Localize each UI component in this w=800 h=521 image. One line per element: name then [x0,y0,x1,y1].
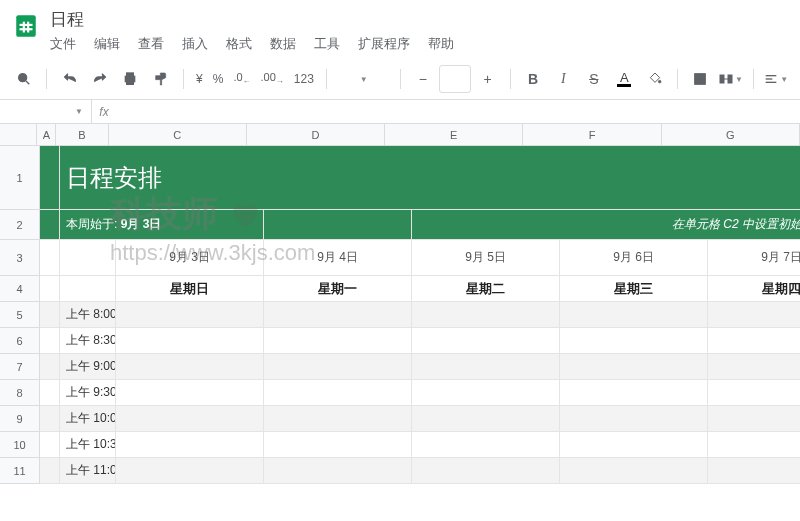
bold-button[interactable]: B [519,65,547,93]
font-size-decrease-icon[interactable]: − [409,65,437,93]
cell[interactable] [60,240,116,276]
italic-button[interactable]: I [549,65,577,93]
borders-button[interactable] [686,65,714,93]
row-header-5[interactable]: 5 [0,302,40,328]
menu-edit[interactable]: 编辑 [94,35,120,53]
cell[interactable] [560,302,708,328]
cell[interactable] [560,458,708,484]
cell[interactable] [40,354,60,380]
menu-format[interactable]: 格式 [226,35,252,53]
decrease-decimal-button[interactable]: .0← [229,71,254,86]
cell[interactable] [116,302,264,328]
fill-color-button[interactable] [640,65,668,93]
time-cell[interactable]: 上午 8:30 [60,328,116,354]
row-header-10[interactable]: 10 [0,432,40,458]
schedule-title-cell[interactable]: 日程安排 [60,146,800,210]
cell[interactable] [40,458,60,484]
cell[interactable] [412,328,560,354]
hint-cell[interactable]: 在单元格 C2 中设置初始日期。第 [412,210,800,240]
cell[interactable] [264,210,412,240]
cell[interactable] [560,354,708,380]
cell[interactable] [560,406,708,432]
week-start-cell[interactable]: 本周始于: 9月 3日 [60,210,264,240]
cell[interactable] [40,240,60,276]
merge-cells-button[interactable]: ▼ [716,65,744,93]
date-cell[interactable]: 9月 4日 [264,240,412,276]
cell[interactable] [708,406,800,432]
row-header-2[interactable]: 2 [0,210,40,240]
date-cell[interactable]: 9月 5日 [412,240,560,276]
cell[interactable] [60,276,116,302]
cell[interactable] [560,380,708,406]
day-cell[interactable]: 星期一 [264,276,412,302]
time-cell[interactable]: 上午 10:00 [60,406,116,432]
col-header-G[interactable]: G [662,124,800,146]
cell[interactable] [264,458,412,484]
cell[interactable] [40,432,60,458]
row-header-3[interactable]: 3 [0,240,40,276]
cell[interactable] [264,432,412,458]
col-header-A[interactable]: A [37,124,56,146]
cell[interactable] [116,354,264,380]
cell[interactable] [116,406,264,432]
menu-tools[interactable]: 工具 [314,35,340,53]
cell[interactable] [116,458,264,484]
cell[interactable] [708,354,800,380]
row-header-7[interactable]: 7 [0,354,40,380]
number-format-button[interactable]: 123 [290,72,318,86]
paint-format-icon[interactable] [147,65,175,93]
menu-extensions[interactable]: 扩展程序 [358,35,410,53]
formula-input[interactable] [116,100,800,123]
currency-button[interactable]: ¥ [192,72,207,86]
document-title[interactable]: 日程 [50,6,788,35]
font-size-input[interactable] [439,65,471,93]
cell[interactable] [40,210,60,240]
time-cell[interactable]: 上午 9:30 [60,380,116,406]
name-box[interactable]: ▼ [0,100,92,123]
day-cell[interactable]: 星期日 [116,276,264,302]
cell[interactable] [708,328,800,354]
menu-view[interactable]: 查看 [138,35,164,53]
cell[interactable] [40,380,60,406]
day-cell[interactable]: 星期四 [708,276,800,302]
menu-help[interactable]: 帮助 [428,35,454,53]
cell[interactable] [708,458,800,484]
date-cell[interactable]: 9月 7日 [708,240,800,276]
strikethrough-button[interactable]: S [580,65,608,93]
search-icon[interactable] [10,65,38,93]
cell[interactable] [708,380,800,406]
cell[interactable] [412,380,560,406]
cell[interactable] [40,328,60,354]
cell[interactable] [708,432,800,458]
cell[interactable] [116,432,264,458]
day-cell[interactable]: 星期二 [412,276,560,302]
menu-file[interactable]: 文件 [50,35,76,53]
col-header-C[interactable]: C [109,124,247,146]
cell[interactable] [116,380,264,406]
cell[interactable] [116,328,264,354]
font-picker[interactable]: ▼ [335,65,392,93]
cell[interactable] [40,302,60,328]
cell[interactable] [412,302,560,328]
cell[interactable] [264,406,412,432]
cell[interactable] [40,276,60,302]
cell[interactable] [264,302,412,328]
cell[interactable] [264,380,412,406]
col-header-E[interactable]: E [385,124,523,146]
row-header-9[interactable]: 9 [0,406,40,432]
cell[interactable] [264,354,412,380]
cell[interactable] [412,406,560,432]
font-size-increase-icon[interactable]: + [473,65,501,93]
redo-icon[interactable] [86,65,114,93]
col-header-D[interactable]: D [247,124,385,146]
undo-icon[interactable] [55,65,83,93]
time-cell[interactable]: 上午 8:00 [60,302,116,328]
row-header-1[interactable]: 1 [0,146,40,210]
row-header-6[interactable]: 6 [0,328,40,354]
increase-decimal-button[interactable]: .00→ [257,71,288,86]
cell[interactable] [40,146,60,210]
cell[interactable] [412,458,560,484]
menu-insert[interactable]: 插入 [182,35,208,53]
date-cell[interactable]: 9月 6日 [560,240,708,276]
time-cell[interactable]: 上午 10:30 [60,432,116,458]
